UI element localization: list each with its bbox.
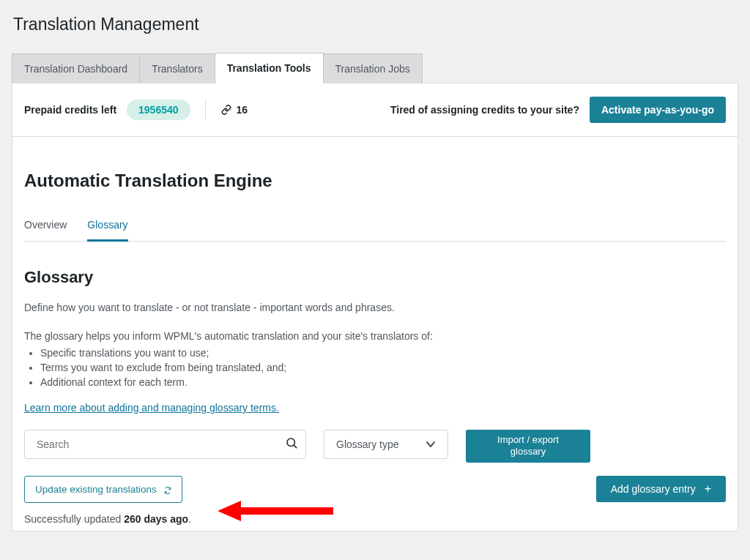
linked-count-value: 16 <box>237 104 248 116</box>
add-glossary-entry-button[interactable]: Add glossary entry + <box>596 476 726 502</box>
add-entry-label: Add glossary entry <box>611 483 696 495</box>
subtab-overview[interactable]: Overview <box>24 217 67 242</box>
divider <box>205 100 206 120</box>
tab-translators[interactable]: Translators <box>140 53 215 83</box>
search-icon <box>285 436 298 452</box>
refresh-icon <box>164 485 171 493</box>
bottom-row: Update existing translations Add glossar… <box>24 476 726 503</box>
bullet-item: Specific translations you want to use; <box>40 347 726 359</box>
bullet-item: Additional context for each term. <box>40 376 726 388</box>
credits-bar: Prepaid credits left 1956540 16 Tired of… <box>12 83 738 137</box>
import-export-button[interactable]: Import / export glossary <box>466 430 590 463</box>
main-tabs: Translation Dashboard Translators Transl… <box>12 52 738 83</box>
page-title: Translation Management <box>13 15 738 34</box>
credits-label: Prepaid credits left <box>24 104 116 116</box>
learn-more-link[interactable]: Learn more about adding and managing glo… <box>24 402 279 414</box>
bullet-item: Terms you want to exclude from being tra… <box>40 362 726 373</box>
glossary-bullets: Specific translations you want to use; T… <box>24 347 726 388</box>
tab-translation-jobs[interactable]: Translation Jobs <box>324 53 423 83</box>
linked-count[interactable]: 16 <box>220 104 248 116</box>
glossary-toolbar: Glossary type Import / export glossary <box>24 430 726 463</box>
update-existing-button[interactable]: Update existing translations <box>24 476 182 503</box>
plus-icon: + <box>705 486 711 492</box>
svg-line-1 <box>294 445 296 447</box>
tools-panel: Prepaid credits left 1956540 16 Tired of… <box>12 83 738 531</box>
engine-subtabs: Overview Glossary <box>24 217 726 242</box>
glossary-helper: The glossary helps you inform WPML's aut… <box>24 329 726 344</box>
status-suffix: . <box>188 513 191 525</box>
glossary-type-select[interactable]: Glossary type <box>324 430 448 459</box>
status-prefix: Successfully updated <box>24 513 124 525</box>
glossary-intro: Define how you want to translate - or no… <box>24 300 726 316</box>
cta-text: Tired of assigning credits to your site? <box>390 104 579 116</box>
status-value: 260 days ago <box>124 513 188 525</box>
search-input-wrap[interactable] <box>24 430 306 459</box>
activate-payg-button[interactable]: Activate pay-as-you-go <box>590 97 726 123</box>
search-input[interactable] <box>35 438 285 451</box>
link-icon <box>220 105 232 115</box>
tab-translation-dashboard[interactable]: Translation Dashboard <box>12 53 140 83</box>
glossary-heading: Glossary <box>24 268 726 287</box>
chevron-down-icon <box>426 438 436 450</box>
status-line: Successfully updated 260 days ago. <box>24 513 726 525</box>
glossary-type-label: Glossary type <box>336 438 399 450</box>
subtab-glossary[interactable]: Glossary <box>87 217 127 242</box>
section-title: Automatic Translation Engine <box>24 171 726 191</box>
credits-value-pill: 1956540 <box>127 100 190 120</box>
update-existing-label: Update existing translations <box>35 484 157 495</box>
tab-translation-tools[interactable]: Translation Tools <box>215 53 324 83</box>
